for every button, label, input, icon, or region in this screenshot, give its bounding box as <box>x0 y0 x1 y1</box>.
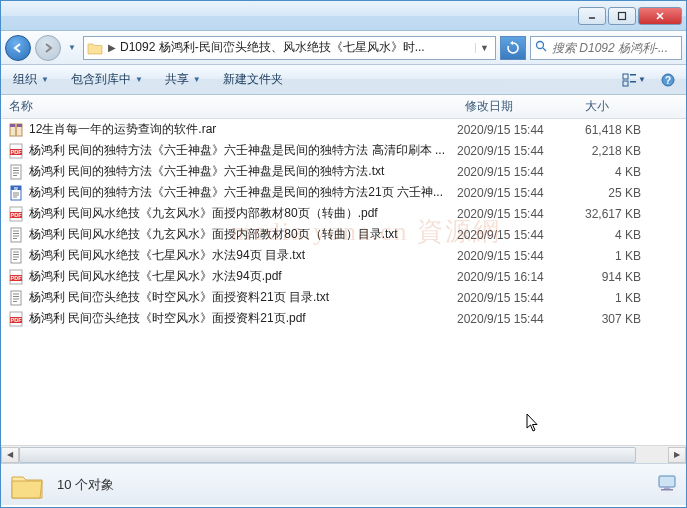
file-date: 2020/9/15 15:44 <box>457 123 577 137</box>
file-name: 杨鸿利 民间峦头绝技《时空风水》面授资料21页.pdf <box>29 310 457 327</box>
chevron-down-icon: ▼ <box>41 75 49 84</box>
col-date-label: 修改日期 <box>465 98 513 115</box>
txt-file-icon <box>7 226 25 244</box>
file-date: 2020/9/15 15:44 <box>457 207 577 221</box>
column-header-size[interactable]: 大小 <box>577 95 657 118</box>
status-count: 10 个对象 <box>57 476 114 494</box>
navbar: ▼ ▶ D1092 杨鸿利-民间峦头绝技、风水绝技《七星风水》时... ▼ <box>1 31 686 65</box>
folder-icon <box>9 469 45 501</box>
column-header-name[interactable]: 名称 <box>1 95 457 118</box>
file-row[interactable]: PDF杨鸿利 民间风水绝技《九玄风水》面授内部教材80页（转曲）.pdf2020… <box>1 203 686 224</box>
share-label: 共享 <box>165 71 189 88</box>
svg-text:PDF: PDF <box>11 148 23 154</box>
forward-button[interactable] <box>35 35 61 61</box>
svg-rect-18 <box>11 165 21 179</box>
file-name: 杨鸿利 民间峦头绝技《时空风水》面授资料21页 目录.txt <box>29 289 457 306</box>
file-row[interactable]: 12生肖每一年的运势查询的软件.rar2020/9/15 15:4461,418… <box>1 119 686 140</box>
scroll-track[interactable] <box>19 447 668 463</box>
search-box[interactable] <box>530 36 682 60</box>
file-list: media.yona.cn 資源網 12生肖每一年的运势查询的软件.rar202… <box>1 119 686 445</box>
file-date: 2020/9/15 15:44 <box>457 186 577 200</box>
horizontal-scrollbar[interactable]: ◀ ▶ <box>1 445 686 463</box>
file-name: 杨鸿利 民间的独特方法《六壬神盘》六壬神盘是民间的独特方法 高清印刷本 ... <box>29 142 457 159</box>
pdf-file-icon: PDF <box>7 310 25 328</box>
address-dropdown[interactable]: ▼ <box>475 43 493 53</box>
scroll-left-button[interactable]: ◀ <box>1 447 19 463</box>
pdf-file-icon: PDF <box>7 205 25 223</box>
file-date: 2020/9/15 15:44 <box>457 312 577 326</box>
txt-file-icon <box>7 289 25 307</box>
file-row[interactable]: 杨鸿利 民间峦头绝技《时空风水》面授资料21页 目录.txt2020/9/15 … <box>1 287 686 308</box>
search-input[interactable] <box>552 41 677 55</box>
file-size: 32,617 KB <box>577 207 649 221</box>
column-header-row: 名称 修改日期 大小 <box>1 95 686 119</box>
file-date: 2020/9/15 15:44 <box>457 165 577 179</box>
back-button[interactable] <box>5 35 31 61</box>
close-button[interactable] <box>638 7 682 25</box>
svg-text:?: ? <box>665 74 671 85</box>
svg-text:PDF: PDF <box>11 211 23 217</box>
refresh-button[interactable] <box>500 36 526 60</box>
svg-rect-53 <box>659 476 675 487</box>
file-name: 杨鸿利 民间风水绝技《七星风水》水法94页.pdf <box>29 268 457 285</box>
file-size: 1 KB <box>577 249 649 263</box>
svg-rect-14 <box>15 124 17 136</box>
file-date: 2020/9/15 15:44 <box>457 228 577 242</box>
scroll-right-button[interactable]: ▶ <box>668 447 686 463</box>
col-name-label: 名称 <box>9 98 33 115</box>
new-folder-button[interactable]: 新建文件夹 <box>217 68 289 91</box>
address-chevron-icon: ▶ <box>108 42 116 53</box>
doc-file-icon: W <box>7 184 25 202</box>
file-row[interactable]: 杨鸿利 民间风水绝技《七星风水》水法94页 目录.txt2020/9/15 15… <box>1 245 686 266</box>
toolbar: 组织▼ 包含到库中▼ 共享▼ 新建文件夹 ▼ ? <box>1 65 686 95</box>
file-date: 2020/9/15 16:14 <box>457 270 577 284</box>
address-bar[interactable]: ▶ D1092 杨鸿利-民间峦头绝技、风水绝技《七星风水》时... ▼ <box>83 36 496 60</box>
share-menu[interactable]: 共享▼ <box>159 68 207 91</box>
file-row[interactable]: 杨鸿利 民间风水绝技《九玄风水》面授内部教材80页（转曲）目录.txt2020/… <box>1 224 686 245</box>
file-row[interactable]: 杨鸿利 民间的独特方法《六壬神盘》六壬神盘是民间的独特方法.txt2020/9/… <box>1 161 686 182</box>
svg-rect-55 <box>661 489 673 491</box>
view-options-button[interactable]: ▼ <box>622 69 646 91</box>
file-size: 4 KB <box>577 165 649 179</box>
svg-rect-54 <box>664 487 670 489</box>
include-library-menu[interactable]: 包含到库中▼ <box>65 68 149 91</box>
search-icon <box>535 40 548 56</box>
file-row[interactable]: PDF杨鸿利 民间峦头绝技《时空风水》面授资料21页.pdf2020/9/15 … <box>1 308 686 329</box>
cursor-icon <box>526 413 540 436</box>
file-size: 914 KB <box>577 270 649 284</box>
file-size: 1 KB <box>577 291 649 305</box>
maximize-button[interactable] <box>608 7 636 25</box>
minimize-button[interactable] <box>578 7 606 25</box>
file-date: 2020/9/15 15:44 <box>457 291 577 305</box>
col-size-label: 大小 <box>585 98 609 115</box>
include-label: 包含到库中 <box>71 71 131 88</box>
svg-rect-45 <box>11 291 21 305</box>
file-date: 2020/9/15 15:44 <box>457 249 577 263</box>
file-name: 杨鸿利 民间的独特方法《六壬神盘》六壬神盘是民间的独特方法21页 六壬神... <box>29 184 457 201</box>
file-size: 2,218 KB <box>577 144 649 158</box>
history-dropdown[interactable]: ▼ <box>65 43 79 52</box>
file-name: 杨鸿利 民间风水绝技《九玄风水》面授内部教材80页（转曲）目录.txt <box>29 226 457 243</box>
file-row[interactable]: W杨鸿利 民间的独特方法《六壬神盘》六壬神盘是民间的独特方法21页 六壬神...… <box>1 182 686 203</box>
organize-menu[interactable]: 组织▼ <box>7 68 55 91</box>
status-bar: 10 个对象 <box>1 463 686 505</box>
file-size: 61,418 KB <box>577 123 649 137</box>
column-header-date[interactable]: 修改日期 <box>457 95 577 118</box>
file-size: 307 KB <box>577 312 649 326</box>
help-button[interactable]: ? <box>656 69 680 91</box>
svg-rect-1 <box>619 12 626 19</box>
titlebar <box>1 1 686 31</box>
file-row[interactable]: PDF杨鸿利 民间风水绝技《七星风水》水法94页.pdf2020/9/15 16… <box>1 266 686 287</box>
svg-rect-37 <box>11 249 21 263</box>
scroll-thumb[interactable] <box>19 447 636 463</box>
file-size: 4 KB <box>577 228 649 242</box>
pdf-file-icon: PDF <box>7 268 25 286</box>
chevron-down-icon: ▼ <box>135 75 143 84</box>
file-row[interactable]: PDF杨鸿利 民间的独特方法《六壬神盘》六壬神盘是民间的独特方法 高清印刷本 .… <box>1 140 686 161</box>
folder-icon <box>86 39 104 57</box>
svg-rect-6 <box>623 74 628 79</box>
computer-icon <box>656 474 678 495</box>
pdf-file-icon: PDF <box>7 142 25 160</box>
svg-rect-9 <box>630 81 636 83</box>
txt-file-icon <box>7 247 25 265</box>
